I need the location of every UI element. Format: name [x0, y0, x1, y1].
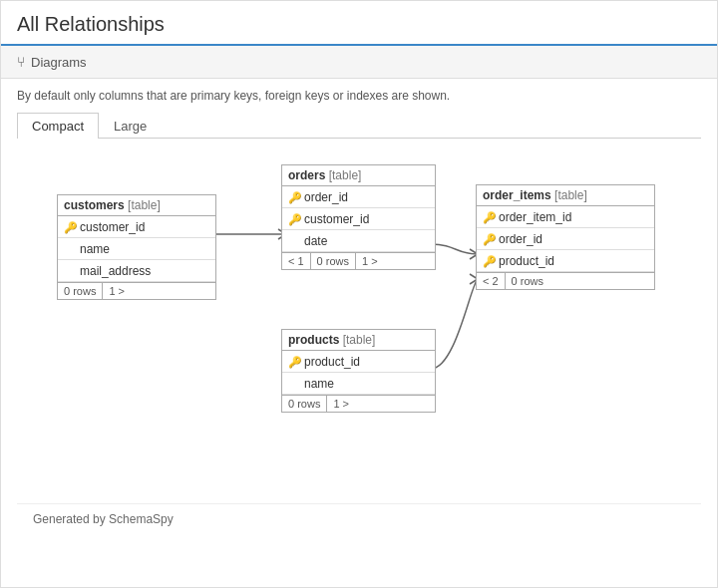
description: By default only columns that are primary… — [17, 89, 701, 103]
order-items-footer: < 2 0 rows — [477, 272, 654, 289]
page-title: All Relationships — [17, 13, 701, 36]
customers-footer: 0 rows 1 > — [58, 282, 215, 299]
diagram-area: customers [table] 🔑 customer_id name mai… — [17, 154, 695, 493]
orders-row-customer_id: 🔑 customer_id — [282, 208, 435, 230]
order-items-row-order_id: 🔑 order_id — [477, 228, 654, 250]
products-header: products [table] — [282, 330, 435, 351]
section-header: ⑂ Diagrams — [1, 46, 717, 79]
order-items-row-order_item_id: 🔑 order_item_id — [477, 206, 654, 228]
products-row-product_id: 🔑 product_id — [282, 351, 435, 373]
key-yellow-icon-oi: 🔑 — [483, 211, 495, 223]
order-items-row-product_id: 🔑 product_id — [477, 250, 654, 272]
key-yellow-icon-prod: 🔑 — [288, 356, 300, 368]
customers-row-customer_id: 🔑 customer_id — [58, 216, 215, 238]
key-yellow-icon: 🔑 — [64, 221, 76, 233]
orders-row-date: date — [282, 230, 435, 252]
page-wrapper: All Relationships ⑂ Diagrams By default … — [0, 0, 718, 588]
customers-header: customers [table] — [58, 195, 215, 216]
table-order-items: order_items [table] 🔑 order_item_id 🔑 or… — [476, 184, 655, 290]
orders-header: orders [table] — [282, 165, 435, 186]
table-products: products [table] 🔑 product_id name 0 row… — [281, 329, 436, 413]
key-gray-icon-orders: 🔑 — [288, 213, 300, 225]
customers-row-name: name — [58, 238, 215, 260]
tab-compact[interactable]: Compact — [17, 113, 99, 139]
tabs: Compact Large — [17, 113, 701, 139]
table-customers: customers [table] 🔑 customer_id name mai… — [57, 194, 216, 300]
tab-large[interactable]: Large — [99, 113, 162, 139]
table-orders: orders [table] 🔑 order_id 🔑 customer_id … — [281, 164, 436, 270]
key-gray-icon-oi1: 🔑 — [483, 233, 495, 245]
diagrams-icon: ⑂ — [17, 54, 25, 70]
orders-row-order_id: 🔑 order_id — [282, 186, 435, 208]
products-row-name: name — [282, 373, 435, 395]
order-items-header: order_items [table] — [477, 185, 654, 206]
key-yellow-icon-orders: 🔑 — [288, 191, 300, 203]
section-label: Diagrams — [31, 55, 87, 70]
section-body: By default only columns that are primary… — [1, 79, 717, 587]
products-footer: 0 rows 1 > — [282, 395, 435, 412]
orders-footer: < 1 0 rows 1 > — [282, 252, 435, 269]
key-gray-icon-oi2: 🔑 — [483, 255, 495, 267]
customers-row-mail_address: mail_address — [58, 260, 215, 282]
footer-text: Generated by SchemaSpy — [17, 503, 701, 534]
page-header: All Relationships — [1, 1, 717, 46]
